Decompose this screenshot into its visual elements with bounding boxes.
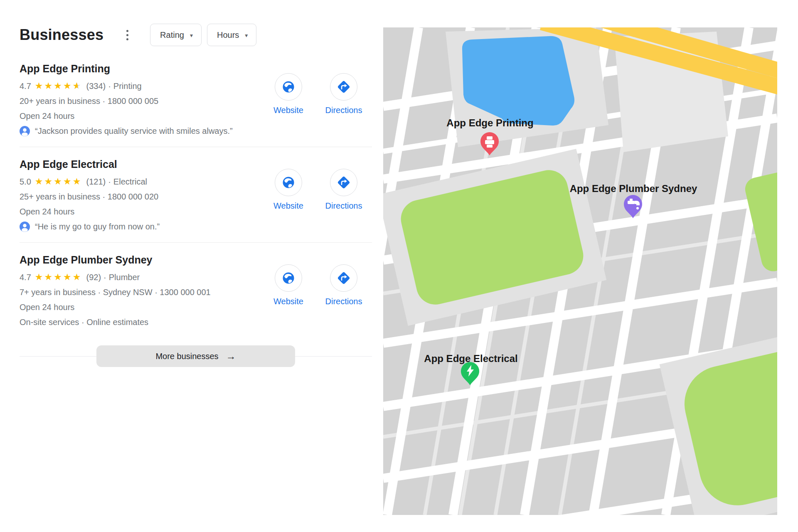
services-row: On-site services · Online estimates: [20, 315, 372, 330]
business-category: Printing: [113, 79, 142, 94]
website-button[interactable]: Website: [261, 169, 315, 211]
star-icon: ★: [35, 177, 44, 187]
rating-value: 5.0: [20, 174, 31, 189]
review-quote-row: “He is my go to guy from now on.”: [20, 219, 372, 234]
more-options-icon[interactable]: [122, 26, 133, 44]
filter-chips: Rating ▾ Hours ▾: [150, 24, 256, 46]
map: App Edge Printing App Edge Plumber Sydne…: [383, 27, 777, 515]
star-icon: ★: [44, 272, 54, 282]
directions-icon: [330, 264, 357, 292]
star-rating: ★★★★★: [35, 177, 82, 187]
globe-icon: [275, 73, 302, 101]
business-category: Electrical: [113, 174, 147, 189]
star-icon: ★: [63, 177, 73, 187]
dot-separator: ·: [108, 79, 111, 94]
star-icon: ★: [54, 177, 63, 187]
star-icon: ★: [44, 177, 54, 187]
review-count: (121): [86, 174, 106, 189]
business-name[interactable]: App Edge Printing: [20, 62, 110, 75]
globe-icon: [275, 169, 302, 196]
business-list: App Edge Printing 4.7 ★★★★★★ (334) · Pri…: [20, 52, 372, 335]
star-icon: ★: [54, 81, 63, 91]
review-quote: “He is my go to guy from now on.”: [35, 219, 160, 234]
rating-filter-label: Rating: [160, 30, 184, 40]
website-button[interactable]: Website: [261, 264, 315, 306]
rating-filter-button[interactable]: Rating ▾: [150, 24, 202, 46]
website-label: Website: [261, 297, 315, 306]
review-count: (334): [86, 79, 106, 94]
star-rating: ★★★★★★: [35, 81, 82, 91]
star-icon: ★: [73, 177, 82, 187]
directions-label: Directions: [317, 106, 371, 115]
page-title: Businesses: [20, 26, 103, 44]
hours-filter-label: Hours: [217, 30, 239, 40]
page: Businesses Rating ▾ Hours ▾ App Edge Pri…: [0, 0, 798, 532]
star-rating: ★★★★★: [35, 272, 82, 282]
more-businesses-label: More businesses: [155, 352, 218, 361]
reviewer-avatar-icon: [20, 222, 30, 232]
business-listing: App Edge Electrical 5.0 ★★★★★ (121) · El…: [20, 147, 372, 243]
map-canvas[interactable]: App Edge Printing App Edge Plumber Sydne…: [383, 27, 777, 515]
directions-button[interactable]: Directions: [317, 169, 371, 211]
reviewer-avatar-icon: [20, 126, 30, 136]
more-businesses-button[interactable]: More businesses →: [96, 345, 295, 367]
review-quote: “Jackson provides quality service with s…: [35, 123, 233, 138]
review-count: (92): [86, 270, 101, 285]
business-name[interactable]: App Edge Plumber Sydney: [20, 254, 153, 266]
map-label-plumber[interactable]: App Edge Plumber Sydney: [570, 183, 697, 194]
directions-button[interactable]: Directions: [317, 264, 371, 306]
business-listing: App Edge Printing 4.7 ★★★★★★ (334) · Pri…: [20, 52, 372, 147]
chevron-down-icon: ▾: [190, 32, 193, 39]
business-category: Plumber: [109, 270, 140, 285]
rating-value: 4.7: [20, 270, 31, 285]
star-icon: ★: [63, 272, 73, 282]
star-icon: ★: [44, 81, 54, 91]
arrow-right-icon: →: [226, 352, 236, 360]
hours-filter-button[interactable]: Hours ▾: [207, 24, 256, 46]
star-icon: ★: [35, 272, 44, 282]
directions-label: Directions: [317, 297, 371, 306]
star-icon: ★: [54, 272, 63, 282]
header: Businesses Rating ▾ Hours ▾: [20, 23, 372, 47]
website-button[interactable]: Website: [261, 73, 315, 115]
business-listing: App Edge Plumber Sydney 4.7 ★★★★★ (92) ·…: [20, 243, 372, 335]
chevron-down-icon: ▾: [245, 32, 248, 39]
dot-separator: ·: [103, 270, 106, 285]
directions-button[interactable]: Directions: [317, 73, 371, 115]
map-label-printing[interactable]: App Edge Printing: [446, 117, 533, 128]
rating-value: 4.7: [20, 79, 31, 94]
directions-icon: [330, 73, 357, 101]
business-name[interactable]: App Edge Electrical: [20, 158, 117, 170]
star-icon: ★: [73, 272, 82, 282]
star-icon: ★: [63, 81, 73, 91]
review-quote-row: “Jackson provides quality service with s…: [20, 123, 372, 138]
dot-separator: ·: [108, 174, 111, 189]
website-label: Website: [261, 201, 315, 211]
directions-icon: [330, 169, 357, 196]
globe-icon: [275, 264, 302, 292]
more-businesses-row: More businesses →: [20, 335, 372, 377]
star-icon: ★: [35, 81, 44, 91]
website-label: Website: [261, 106, 315, 115]
directions-label: Directions: [317, 201, 371, 211]
results-panel: Businesses Rating ▾ Hours ▾ App Edge Pri…: [20, 0, 372, 377]
half-star-icon: ★★: [73, 81, 82, 91]
